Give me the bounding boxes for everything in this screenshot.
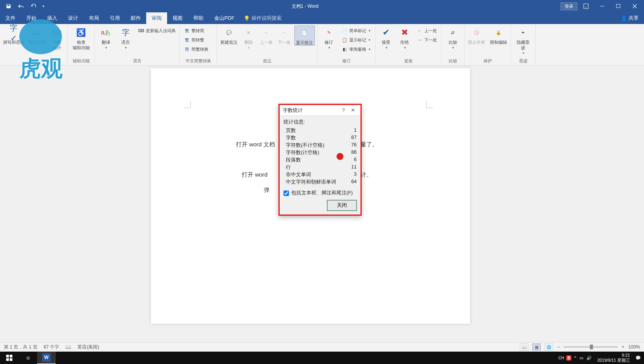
status-words[interactable]: 67 个字 — [44, 344, 60, 350]
zoom-slider[interactable] — [564, 346, 618, 348]
show-markup-dropdown[interactable]: 📋显示标记▾ — [340, 36, 372, 44]
view-print-icon[interactable]: ▦ — [532, 343, 541, 350]
taskbar-word-icon[interactable]: W — [37, 352, 56, 364]
accept-button[interactable]: ✔接受▾ — [378, 26, 394, 50]
tab-wps-pdf[interactable]: 金山PDF — [209, 12, 240, 24]
delete-comment-button[interactable]: ✕删除▾ — [241, 26, 256, 50]
minimize-icon[interactable] — [594, 0, 610, 12]
stat-value: 6 — [354, 157, 357, 163]
zoom-out-icon[interactable]: − — [557, 344, 560, 350]
language-button[interactable]: 字语言▾ — [117, 26, 134, 50]
ribbon-options-icon[interactable] — [578, 0, 594, 12]
next-change-icon: → — [417, 37, 423, 43]
prev-comment-icon: ← — [260, 26, 273, 39]
undo-icon[interactable] — [15, 1, 26, 11]
tab-reference[interactable]: 引用 — [104, 12, 125, 24]
tray-battery-icon[interactable]: ▭ — [579, 355, 583, 361]
ime-sogou-icon[interactable]: S — [566, 355, 571, 361]
close-icon[interactable] — [627, 0, 642, 12]
tab-start[interactable]: 开始 — [21, 12, 42, 24]
next-change-button[interactable]: →下一处 — [415, 36, 439, 44]
translate-button[interactable]: aあ翻译▾ — [97, 26, 114, 50]
maximize-icon[interactable] — [611, 0, 626, 12]
word-count-button[interactable]: 123字数 统计 — [49, 26, 65, 50]
zoom-thumb[interactable] — [590, 345, 593, 349]
prev-change-icon: ← — [417, 27, 423, 34]
quick-access-toolbar: ▾ — [0, 1, 50, 11]
pane-icon: ◧ — [342, 46, 348, 52]
view-web-icon[interactable]: 🌐 — [545, 343, 553, 350]
group-label-compare: 比较 — [444, 57, 462, 65]
next-comment-button[interactable]: →下一条 — [277, 26, 292, 45]
ime-icon: ⌨ — [138, 27, 144, 34]
track-changes-button[interactable]: ✎修订▾ — [320, 26, 338, 50]
share-button[interactable]: 👤 共享 — [615, 12, 644, 24]
tell-me-search[interactable]: 💡 操作说明搜索 — [240, 12, 285, 24]
reject-button[interactable]: ✖拒绝▾ — [396, 26, 413, 50]
dialog-close-button[interactable]: 关闭 — [327, 200, 357, 211]
group-label-chinese: 中文简繁转换 — [182, 57, 214, 65]
dialog-help-icon[interactable]: ? — [339, 108, 348, 113]
status-page[interactable]: 第 1 页，共 1 页 — [4, 344, 38, 350]
word-count-dialog: 字数统计 ? ✕ 统计信息: 页数1字数67字符数(不计空格)76字符数(计空格… — [278, 104, 362, 216]
tray-volume-icon[interactable]: 🔊 — [586, 355, 592, 361]
group-label-language: 语言 — [97, 57, 177, 65]
stat-value: 3 — [354, 172, 357, 178]
tray-notifications-icon[interactable]: 💬 — [635, 355, 641, 361]
reviewing-pane-dropdown[interactable]: ◧审阅窗格▾ — [340, 45, 372, 53]
accessibility-button[interactable]: ♿检查 辅助功能 — [70, 26, 92, 50]
simple-markup-dropdown[interactable]: 📄简单标记▾ — [340, 26, 372, 35]
hide-ink-button[interactable]: ✒隐藏墨 迹▾ — [513, 26, 533, 55]
doc-text-2a: 打开 word — [242, 171, 268, 179]
conversion-button[interactable]: 简简繁转换 — [182, 45, 210, 53]
reject-icon: ✖ — [398, 26, 411, 39]
save-icon[interactable] — [3, 1, 14, 11]
tab-layout[interactable]: 布局 — [84, 12, 104, 24]
block-icon: 🚫 — [470, 26, 483, 39]
restrict-edit-button[interactable]: 🔒限制编辑 — [489, 26, 509, 45]
login-button[interactable]: 登录 — [560, 2, 577, 10]
share-icon: 👤 — [621, 15, 627, 21]
include-footnotes-input[interactable] — [284, 191, 289, 196]
dialog-titlebar[interactable]: 字数统计 ? ✕ — [280, 105, 360, 116]
tray-chevron-icon[interactable]: ^ — [574, 355, 576, 360]
stat-value: 86 — [351, 149, 357, 156]
trad-icon: 繁 — [184, 27, 190, 34]
tab-view[interactable]: 视图 — [167, 12, 188, 24]
compare-button[interactable]: ⇄比较▾ — [444, 26, 462, 50]
dialog-close-icon[interactable]: ✕ — [348, 107, 357, 113]
tab-file[interactable]: 文件 — [0, 12, 21, 24]
status-proofing-icon[interactable]: 📖 — [65, 344, 71, 350]
stat-value: 76 — [351, 142, 357, 149]
zoom-level[interactable]: 100% — [628, 344, 640, 350]
show-comments-button[interactable]: 📄显示批注 — [294, 26, 315, 46]
ime-indicator[interactable]: CH — [559, 356, 564, 360]
trad-to-simp-button[interactable]: 繁繁转简 — [182, 26, 210, 35]
simp-to-trad-button[interactable]: 繁简转繁 — [182, 36, 210, 44]
tab-insert[interactable]: 插入 — [42, 12, 63, 24]
view-read-icon[interactable]: 📖 — [520, 343, 528, 350]
conv-icon: 简 — [184, 46, 190, 52]
tab-design[interactable]: 设计 — [63, 12, 84, 24]
spelling-button[interactable]: 字✓拼写和语法 — [2, 26, 25, 45]
redo-icon[interactable] — [28, 1, 39, 11]
tab-review[interactable]: 审阅 — [146, 12, 167, 24]
task-view-icon[interactable]: ⊞ — [19, 352, 37, 364]
zoom-in-icon[interactable]: + — [622, 344, 624, 350]
start-button[interactable] — [0, 352, 19, 364]
tab-mail[interactable]: 邮件 — [125, 12, 146, 24]
update-ime-button[interactable]: ⌨更新输入法词典 — [137, 26, 177, 35]
tab-help[interactable]: 帮助 — [188, 12, 209, 24]
new-comment-button[interactable]: 💬新建批注 — [219, 26, 239, 45]
block-authors-button[interactable]: 🚫阻止作者 — [467, 26, 487, 45]
prev-change-button[interactable]: ←上一处 — [415, 26, 439, 35]
group-label-tracking: 修订 — [320, 57, 373, 65]
thesaurus-button[interactable]: 📖同义词库 — [27, 26, 46, 45]
svg-rect-1 — [617, 4, 620, 8]
prev-comment-button[interactable]: ←上一条 — [259, 26, 274, 45]
status-language[interactable]: 英语(美国) — [77, 344, 99, 350]
tray-clock[interactable]: 9:21 2019/9/11 星期三 — [595, 353, 632, 363]
checkbox-label: 包括文本框、脚注和尾注(F) — [291, 190, 353, 196]
include-footnotes-checkbox[interactable]: 包括文本框、脚注和尾注(F) — [284, 190, 357, 196]
qat-more-icon[interactable]: ▾ — [40, 1, 46, 11]
